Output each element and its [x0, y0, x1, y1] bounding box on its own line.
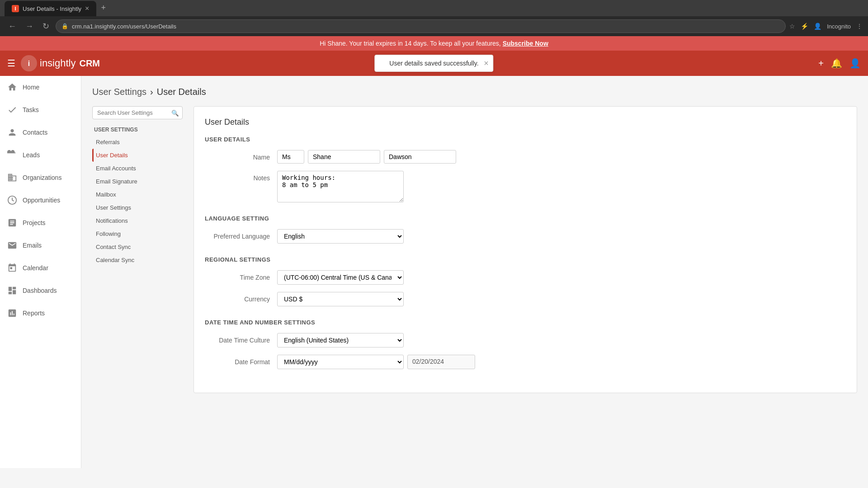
- browser-nav: ← → ↻ 🔒 crm.na1.insightly.com/users/User…: [0, 16, 868, 36]
- opportunities-icon: [7, 195, 17, 205]
- sidebar-item-reports[interactable]: Reports: [0, 302, 81, 324]
- settings-sidebar: 🔍 USER SETTINGS Referrals User Details E…: [92, 106, 183, 393]
- sidebar-label-contacts: Contacts: [23, 129, 47, 136]
- sidebar-label-calendar: Calendar: [23, 264, 48, 272]
- subscribe-link[interactable]: Subscribe Now: [503, 40, 548, 47]
- settings-item-notifications[interactable]: Notifications: [92, 214, 183, 227]
- sidebar-item-home[interactable]: Home: [0, 76, 81, 99]
- add-button[interactable]: +: [818, 58, 824, 69]
- preferred-language-row: Preferred Language English French Spanis…: [205, 229, 846, 244]
- settings-search-button[interactable]: 🔍: [171, 109, 179, 116]
- bookmark-icon[interactable]: ☆: [789, 23, 795, 30]
- settings-layout: 🔍 USER SETTINGS Referrals User Details E…: [92, 106, 857, 393]
- date-format-row: Date Format MM/dd/yyyy dd/MM/yyyy yyyy-M…: [205, 355, 846, 369]
- sidebar-label-projects: Projects: [23, 219, 46, 226]
- profile-icon[interactable]: 👤: [814, 23, 821, 30]
- datetime-culture-label: Date Time Culture: [205, 333, 277, 344]
- currency-controls: USD $ EUR € GBP £ CAD $: [277, 292, 846, 306]
- language-section-title: LANGUAGE SETTING: [205, 215, 846, 222]
- settings-item-contact-sync[interactable]: Contact Sync: [92, 240, 183, 253]
- sidebar-item-leads[interactable]: Leads: [0, 144, 81, 166]
- logo-icon: i: [21, 55, 37, 71]
- sidebar-label-organizations: Organizations: [23, 174, 61, 181]
- name-controls: [277, 150, 846, 164]
- crm-text: CRM: [79, 58, 100, 69]
- timezone-label: Time Zone: [205, 270, 277, 281]
- hamburger-button[interactable]: ☰: [7, 58, 15, 69]
- lock-icon: 🔒: [61, 23, 68, 29]
- sidebar: Home Tasks Contacts Leads Organizations …: [0, 76, 81, 468]
- breadcrumb-current: User Details: [157, 87, 206, 97]
- sidebar-item-organizations[interactable]: Organizations: [0, 166, 81, 189]
- back-button[interactable]: ←: [5, 20, 19, 33]
- main-content: User Settings › User Details 🔍 USER SETT…: [81, 76, 868, 468]
- name-first-input[interactable]: [308, 150, 380, 164]
- sidebar-item-dashboards[interactable]: Dashboards: [0, 279, 81, 302]
- success-toast: User details saved successfully. ×: [374, 55, 493, 72]
- app-header: ☰ i insightly CRM User details saved suc…: [0, 51, 868, 76]
- date-format-select[interactable]: MM/dd/yyyy dd/MM/yyyy yyyy-MM-dd: [277, 355, 404, 369]
- settings-item-calendar-sync[interactable]: Calendar Sync: [92, 253, 183, 267]
- regional-section: REGIONAL SETTINGS Time Zone (UTC-06:00) …: [205, 256, 846, 306]
- settings-item-referrals[interactable]: Referrals: [92, 136, 183, 149]
- projects-icon: [7, 218, 17, 228]
- organizations-icon: [7, 173, 17, 183]
- tab-close-button[interactable]: ×: [85, 5, 89, 13]
- user-avatar[interactable]: 👤: [849, 58, 861, 69]
- sidebar-label-home: Home: [23, 84, 39, 91]
- timezone-select[interactable]: (UTC-06:00) Central Time (US & Canada) (…: [277, 270, 404, 285]
- extensions-icon[interactable]: ⚡: [801, 23, 808, 30]
- sidebar-item-tasks[interactable]: Tasks: [0, 99, 81, 121]
- settings-item-email-signature[interactable]: Email Signature: [92, 175, 183, 188]
- home-icon: [7, 82, 17, 92]
- settings-section-title: USER SETTINGS: [92, 127, 183, 133]
- incognito-label: Incognito: [827, 23, 851, 30]
- toast-message: User details saved successfully.: [389, 60, 478, 67]
- notes-textarea[interactable]: Working hours: 8 am to 5 pm: [277, 171, 404, 202]
- address-bar[interactable]: 🔒 crm.na1.insightly.com/users/UserDetail…: [56, 19, 786, 33]
- svg-text:i: i: [28, 60, 30, 67]
- emails-icon: [7, 240, 17, 250]
- contacts-icon: [7, 127, 17, 137]
- name-salutation-input[interactable]: [277, 150, 304, 164]
- datetime-culture-select[interactable]: English (United States) English (United …: [277, 333, 404, 347]
- sidebar-item-contacts[interactable]: Contacts: [0, 121, 81, 144]
- timezone-row: Time Zone (UTC-06:00) Central Time (US &…: [205, 270, 846, 285]
- currency-row: Currency USD $ EUR € GBP £ CAD $: [205, 292, 846, 306]
- settings-item-following[interactable]: Following: [92, 227, 183, 240]
- form-panel: User Details USER DETAILS Name Notes: [193, 106, 857, 393]
- settings-item-email-accounts[interactable]: Email Accounts: [92, 162, 183, 175]
- language-section: LANGUAGE SETTING Preferred Language Engl…: [205, 215, 846, 244]
- name-label: Name: [205, 150, 277, 161]
- browser-tab[interactable]: I User Details - Insightly ×: [5, 1, 96, 16]
- currency-label: Currency: [205, 292, 277, 303]
- name-row: Name: [205, 150, 846, 164]
- datetime-section-title: DATE TIME AND NUMBER SETTINGS: [205, 319, 846, 326]
- sidebar-item-emails[interactable]: Emails: [0, 234, 81, 257]
- sidebar-item-calendar[interactable]: Calendar: [0, 257, 81, 279]
- name-last-input[interactable]: [384, 150, 456, 164]
- breadcrumb: User Settings › User Details: [92, 87, 857, 97]
- menu-icon[interactable]: ⋮: [856, 23, 863, 30]
- preferred-language-select[interactable]: English French Spanish German: [277, 229, 404, 244]
- sidebar-label-leads: Leads: [23, 151, 40, 159]
- settings-item-mailbox[interactable]: Mailbox: [92, 188, 183, 201]
- trial-text: Hi Shane. Your trial expires in 14 days.…: [320, 40, 501, 47]
- sidebar-item-projects[interactable]: Projects: [0, 211, 81, 234]
- notes-row: Notes Working hours: 8 am to 5 pm: [205, 171, 846, 202]
- sidebar-label-reports: Reports: [23, 310, 45, 317]
- new-tab-button[interactable]: +: [96, 0, 110, 16]
- settings-item-user-settings[interactable]: User Settings: [92, 201, 183, 214]
- settings-item-user-details[interactable]: User Details: [92, 149, 183, 162]
- toast-close-button[interactable]: ×: [484, 59, 489, 68]
- notifications-bell-icon[interactable]: 🔔: [831, 58, 842, 69]
- settings-search-input[interactable]: [92, 106, 183, 119]
- reload-button[interactable]: ↻: [40, 19, 52, 33]
- sidebar-item-opportunities[interactable]: Opportunities: [0, 189, 81, 211]
- breadcrumb-parent-link[interactable]: User Settings: [92, 87, 146, 97]
- currency-select[interactable]: USD $ EUR € GBP £ CAD $: [277, 292, 404, 306]
- user-details-section: USER DETAILS Name Notes Working hours: 8…: [205, 136, 846, 202]
- browser-tab-bar: I User Details - Insightly × +: [0, 0, 868, 16]
- notes-controls: Working hours: 8 am to 5 pm: [277, 171, 846, 202]
- forward-button[interactable]: →: [23, 20, 36, 33]
